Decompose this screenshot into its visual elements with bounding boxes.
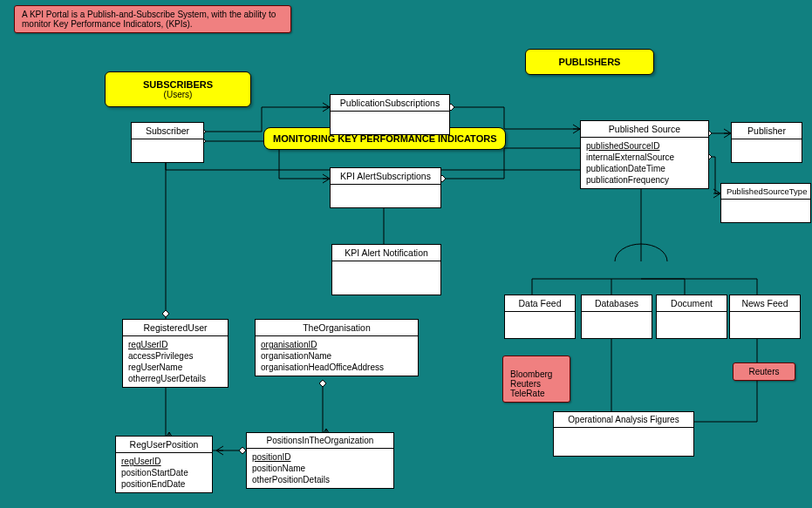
entity-document: Document: [656, 295, 727, 339]
entity-published-source: Published Source publishedSourceIDintern…: [580, 120, 709, 189]
attr-organisationHeadOfficeAddress: organisationHeadOfficeAddress: [261, 362, 413, 373]
subscribers-sub: (Users): [121, 90, 235, 99]
entity-data-feed: Data Feed: [504, 295, 576, 339]
providers-right-note: Reuters: [733, 362, 795, 381]
entity-publisher: Publisher: [731, 122, 802, 163]
entity-operational-analysis-figures: Operational Analysis Figures: [553, 411, 694, 457]
attr-publicationDateTime: publicationDateTime: [586, 163, 703, 174]
attr-positionStartDate: positionStartDate: [121, 467, 207, 478]
entity-reg-user-position: RegUserPosition regUserIDpositionStartDa…: [115, 436, 213, 493]
attr-publishedSourceID: publishedSourceID: [586, 140, 703, 152]
attr-regUserName: regUserName: [128, 362, 222, 373]
attr-publicationFrequency: publicationFrequency: [586, 174, 703, 186]
publishers-label: PUBLISHERS: [525, 49, 654, 75]
entity-positions-in-the-organization: PositionsInTheOrganization positionIDpos…: [246, 432, 394, 489]
attr-positionID: positionID: [252, 451, 388, 463]
entity-databases: Databases: [581, 295, 652, 339]
entity-publication-subscriptions: PublicationSubscriptions: [330, 94, 450, 135]
entity-registered-user: RegisteredUser regUserIDaccessPrivileges…: [122, 319, 229, 388]
entity-subscriber: Subscriber: [131, 122, 204, 163]
attr-positionName: positionName: [252, 463, 388, 474]
attr-internalExternalSource: internalExternalSource: [586, 152, 703, 163]
attr-organisationID: organisationID: [261, 339, 413, 350]
subscribers-title: SUBSCRIBERS: [121, 79, 235, 90]
attr-organisationName: organisationName: [261, 350, 413, 362]
attr-positionEndDate: positionEndDate: [121, 478, 207, 490]
description-text: A KPI Portal is a Publish-and-Subscribe …: [22, 10, 276, 29]
attr-regUserID: regUserID: [121, 456, 207, 467]
entity-published-source-type: PublishedSourceType: [720, 183, 811, 223]
entity-news-feed: News Feed: [729, 295, 801, 339]
entity-kpi-alert-notification: KPI Alert Notification: [331, 244, 441, 295]
description-note: A KPI Portal is a Publish-and-Subscribe …: [14, 5, 291, 33]
attr-otherPositionDetails: otherPositionDetails: [252, 474, 388, 485]
subscribers-label: SUBSCRIBERS (Users): [105, 71, 251, 107]
attr-accessPrivileges: accessPrivileges: [128, 350, 222, 362]
entity-kpi-alert-subscriptions: KPI AlertSubscriptions: [330, 167, 441, 208]
diagram-canvas: A KPI Portal is a Publish-and-Subscribe …: [0, 0, 812, 508]
entity-the-organisation: TheOrganisation organisationIDorganisati…: [255, 319, 419, 376]
providers-left-note: Bloomberg Reuters TeleRate: [502, 356, 570, 403]
attr-regUserID: regUserID: [128, 339, 222, 350]
attr-otherregUserDetails: otherregUserDetails: [128, 373, 222, 384]
